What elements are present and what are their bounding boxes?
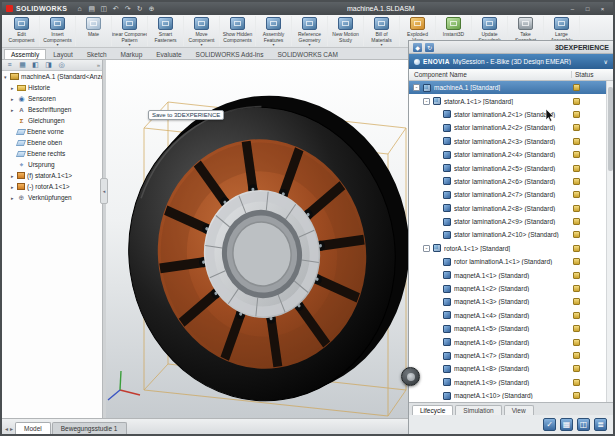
panel-tab[interactable]: Simulation: [455, 405, 501, 415]
solidworks-logo-icon: [6, 5, 13, 12]
linear-pattern-icon: [122, 17, 137, 30]
component-row[interactable]: stator laminationA.2<10> (Standard): [409, 228, 613, 241]
open-icon[interactable]: ▤: [86, 4, 97, 14]
compass-icon[interactable]: ◆: [413, 43, 422, 52]
validate-icon[interactable]: ✓: [543, 418, 556, 431]
graphics-viewport[interactable]: Save to 3DEXPERIENCE: [106, 60, 408, 418]
ribbon-button[interactable]: Move Component ▾: [184, 16, 220, 46]
component-row[interactable]: stator laminationA.2<5> (Standard): [409, 161, 613, 174]
smart-fasteners-icon: [158, 17, 173, 30]
component-row[interactable]: stator laminationA.2<1> (Standard): [409, 108, 613, 121]
command-tab[interactable]: Markup: [114, 49, 150, 59]
component-row[interactable]: stator laminationA.2<9> (Standard): [409, 215, 613, 228]
chevron-down-icon[interactable]: ∨: [604, 58, 608, 65]
feature-tree-item[interactable]: ▸ (f) statorA.1<1>: [2, 170, 102, 181]
ribbon-button[interactable]: Show Hidden Components ▾: [220, 16, 256, 46]
model-tab[interactable]: Model: [15, 422, 51, 434]
feature-tree-item[interactable]: ▸ (-) rotorA.1<1>: [2, 181, 102, 192]
command-tab[interactable]: Assembly: [4, 49, 46, 59]
component-row[interactable]: magnetA.1<10> (Standard): [409, 389, 613, 402]
panel-collapse-handle[interactable]: ◂: [100, 178, 108, 204]
expander-icon[interactable]: -: [413, 84, 420, 91]
home-icon[interactable]: ⌂: [74, 4, 85, 14]
save-icon[interactable]: ◫: [98, 4, 109, 14]
ribbon-button[interactable]: Assembly Features ▾: [256, 16, 292, 46]
component-row[interactable]: - rotorA.1<1> [Standard]: [409, 242, 613, 255]
configurationmanager-tab-icon[interactable]: ◧: [30, 61, 41, 69]
feature-tree-item[interactable]: Σ Gleichungen: [2, 115, 102, 126]
command-tab[interactable]: Layout: [46, 49, 80, 59]
expander-icon[interactable]: -: [423, 245, 430, 252]
ribbon-button[interactable]: Insert Components ▾: [40, 16, 76, 46]
component-row[interactable]: stator laminationA.2<4> (Standard): [409, 148, 613, 161]
ribbon-button[interactable]: Bill of Materials ▾: [364, 16, 400, 46]
command-tab[interactable]: Sketch: [80, 49, 114, 59]
featuremanager-tab-icon[interactable]: ≡: [4, 61, 15, 69]
component-row[interactable]: stator laminationA.2<6> (Standard): [409, 175, 613, 188]
options-icon[interactable]: ⊕: [146, 4, 157, 14]
component-row[interactable]: magnetA.1<4> (Standard): [409, 309, 613, 322]
tab-scroll-left-icon[interactable]: ◂: [5, 425, 8, 434]
propertymanager-tab-icon[interactable]: ▦: [17, 61, 28, 69]
scrollbar-thumb[interactable]: [608, 87, 613, 171]
feature-tree-item[interactable]: ▾ machineA.1 (Standard<Anzeigestatus-1>): [2, 71, 102, 82]
ribbon-button[interactable]: New Motion Study ▾: [328, 16, 364, 46]
command-tab[interactable]: SOLIDWORKS CAM: [271, 49, 345, 59]
maximize-button-icon[interactable]: □: [581, 4, 594, 14]
panel-overflow-icon[interactable]: »: [97, 62, 100, 68]
component-row[interactable]: rotor laminationA.1<1> (Standard): [409, 255, 613, 268]
rebuild-icon[interactable]: ↻: [134, 4, 145, 14]
ribbon-button[interactable]: Mate ▾: [76, 16, 112, 46]
feature-tree-item[interactable]: ⌖ Ursprung: [2, 159, 102, 170]
component-row[interactable]: magnetA.1<5> (Standard): [409, 322, 613, 335]
component-row[interactable]: - machineA.1 [Standard]: [409, 81, 613, 94]
compare-icon[interactable]: ◫: [577, 418, 590, 431]
ribbon-button[interactable]: Smart Fasteners ▾: [148, 16, 184, 46]
displaymanager-tab-icon[interactable]: ◎: [56, 61, 67, 69]
component-row[interactable]: stator laminationA.2<2> (Standard): [409, 121, 613, 134]
component-row[interactable]: magnetA.1<9> (Standard): [409, 376, 613, 389]
component-row[interactable]: stator laminationA.2<8> (Standard): [409, 202, 613, 215]
component-row[interactable]: magnetA.1<8> (Standard): [409, 362, 613, 375]
component-row[interactable]: stator laminationA.2<7> (Standard): [409, 188, 613, 201]
model-tab[interactable]: Bewegungsstudie 1: [52, 422, 127, 434]
undo-icon[interactable]: ↶: [110, 4, 121, 14]
panel-tab[interactable]: Lifecycle: [412, 405, 453, 415]
minimize-button-icon[interactable]: –: [566, 4, 579, 14]
ribbon-button[interactable]: Linear Component Pattern ▾: [112, 16, 148, 46]
command-tab[interactable]: Evaluate: [149, 49, 188, 59]
ribbon-button[interactable]: Edit Component ▾: [4, 16, 40, 46]
feature-tree-item[interactable]: Ebene rechts: [2, 148, 102, 159]
feature-tree-item[interactable]: ▸ ⊕ Verknüpfungen: [2, 192, 102, 203]
feature-tree-label: Ebene rechts: [27, 150, 65, 157]
feature-tree-item[interactable]: Ebene vorne: [2, 126, 102, 137]
feature-tree-item[interactable]: Ebene oben: [2, 137, 102, 148]
feature-tree-item[interactable]: ▸ ◉ Sensoren: [2, 93, 102, 104]
panel-splitter[interactable]: [103, 60, 106, 418]
refresh-icon[interactable]: ↻: [425, 43, 434, 52]
component-row[interactable]: - statorA.1<1> [Standard]: [409, 94, 613, 107]
ribbon-button[interactable]: Reference Geometry ▾: [292, 16, 328, 46]
expander-icon[interactable]: -: [423, 98, 430, 105]
feature-tree-item[interactable]: ▸ A Beschriftungen: [2, 104, 102, 115]
redo-icon[interactable]: ↷: [122, 4, 133, 14]
tab-scroll-right-icon[interactable]: ▸: [10, 425, 13, 434]
component-row[interactable]: magnetA.1<3> (Standard): [409, 295, 613, 308]
component-row[interactable]: magnetA.1<7> (Standard): [409, 349, 613, 362]
close-button-icon[interactable]: ×: [596, 4, 609, 14]
dimxpert-tab-icon[interactable]: ◨: [43, 61, 54, 69]
panel-tab[interactable]: View: [504, 405, 534, 415]
save-to-3dexperience-button[interactable]: Save to 3DEXPERIENCE: [148, 110, 224, 120]
list-icon[interactable]: ≣: [594, 418, 607, 431]
bom-grid-icon[interactable]: ▦: [560, 418, 573, 431]
component-row[interactable]: magnetA.1<1> (Standard): [409, 268, 613, 281]
feature-tree-item[interactable]: ▸ Historie: [2, 82, 102, 93]
component-row[interactable]: magnetA.1<6> (Standard): [409, 335, 613, 348]
component-row[interactable]: magnetA.1<2> (Standard): [409, 282, 613, 295]
component-label: magnetA.1<6> (Standard): [454, 339, 573, 346]
component-row[interactable]: stator laminationA.2<3> (Standard): [409, 135, 613, 148]
command-tab[interactable]: SOLIDWORKS Add-Ins: [189, 49, 271, 59]
tree-scrollbar[interactable]: [606, 81, 613, 402]
collaboration-widget-button[interactable]: [401, 367, 420, 386]
enovia-session-bar[interactable]: ENOVIA MySession - E-Bike (3D Design EME…: [409, 54, 613, 69]
